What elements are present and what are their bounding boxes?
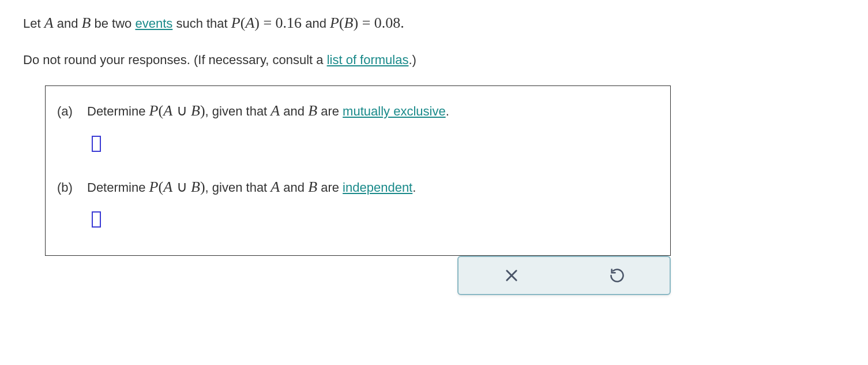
part-b-period: . [412, 180, 416, 195]
formulas-link[interactable]: list of formulas [327, 53, 409, 67]
pa-eq: = [260, 14, 276, 31]
part-b-a2: A [270, 178, 280, 195]
pa-func: P [231, 14, 241, 31]
intro-mid4: and [302, 16, 330, 31]
part-a-b2: B [308, 102, 317, 119]
instruction-line: Do not round your responses. (If necessa… [23, 50, 845, 69]
pa-close: ) [254, 14, 260, 31]
part-b-are: are [317, 180, 343, 195]
intro-mid2: be two [91, 16, 135, 31]
part-a-b: B [191, 102, 200, 119]
part-b-mid: , given that [205, 180, 271, 195]
part-a-period: . [446, 104, 449, 118]
pb-close: ) [354, 14, 359, 31]
part-b-label: (b) [57, 177, 80, 198]
intro-var-b: B [82, 14, 91, 31]
events-link[interactable]: events [135, 16, 172, 31]
part-b: (b) Determine P(A ∪ B), given that A and… [57, 175, 659, 237]
pb-func: P [330, 14, 339, 31]
part-b-p: P [149, 178, 159, 195]
part-a-open: ( [158, 102, 163, 119]
part-a-label: (a) [57, 101, 80, 121]
instruction-text2: .) [408, 53, 416, 67]
answer-input-b[interactable] [92, 211, 101, 228]
pb-val: 0.08 [374, 14, 401, 31]
reset-icon[interactable] [609, 267, 625, 284]
intro-prefix: Let [23, 16, 44, 31]
intro-period: . [400, 14, 404, 31]
part-b-b: B [191, 178, 200, 195]
mutually-exclusive-link[interactable]: mutually exclusive [343, 104, 446, 118]
close-icon[interactable] [503, 267, 520, 284]
part-b-text: Determine P(A ∪ B), given that A and B a… [87, 175, 416, 199]
part-a-a2: A [270, 102, 280, 119]
independent-link[interactable]: independent [343, 180, 412, 195]
intro-mid3: such that [172, 16, 231, 31]
intro-var-a: A [44, 14, 54, 31]
part-a: (a) Determine P(A ∪ B), given that A and… [57, 99, 659, 173]
part-b-b2: B [308, 178, 317, 195]
part-a-p: P [149, 102, 159, 119]
part-a-union: ∪ [172, 102, 191, 119]
intro-mid1: and [54, 16, 82, 31]
part-a-a: A [163, 102, 172, 119]
part-b-close: ) [200, 178, 205, 195]
instruction-text1: Do not round your responses. (If necessa… [23, 53, 327, 67]
pa-val: 0.16 [276, 14, 302, 31]
part-b-a: A [163, 178, 172, 195]
pb-var: B [344, 14, 354, 31]
part-a-pre: Determine [87, 104, 149, 118]
intro-line-1: Let A and B be two events such that P(A)… [23, 12, 845, 34]
part-b-pre: Determine [87, 180, 149, 195]
question-box: (a) Determine P(A ∪ B), given that A and… [45, 85, 671, 256]
pb-eq: = [358, 14, 374, 31]
pb-open: ( [339, 14, 344, 31]
part-a-are: are [317, 104, 343, 118]
part-b-open: ( [158, 178, 163, 195]
answer-input-a[interactable] [92, 136, 101, 152]
part-a-text: Determine P(A ∪ B), given that A and B a… [87, 99, 449, 123]
part-b-union: ∪ [172, 178, 191, 195]
part-b-and: and [280, 180, 308, 195]
part-a-close: ) [200, 102, 205, 119]
button-bar [457, 256, 671, 295]
part-a-mid: , given that [205, 104, 271, 118]
part-a-and: and [280, 104, 308, 118]
pa-var: A [245, 14, 254, 31]
